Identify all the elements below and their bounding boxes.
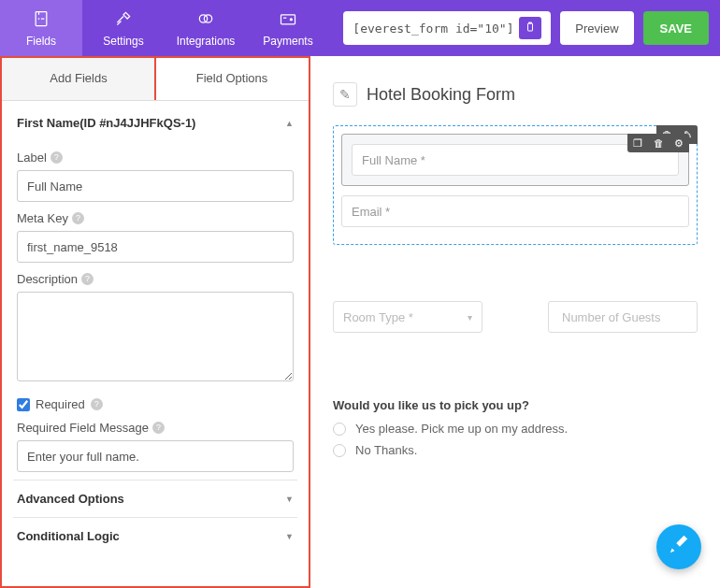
accordion-title: First Name(ID #nJ4JJHFkQS-1): [17, 116, 195, 130]
subtab-add-fields[interactable]: Add Fields: [2, 56, 155, 100]
pencil-icon: ✎: [339, 87, 351, 102]
radio-option-yes[interactable]: Yes please. Pick me up on my address.: [333, 422, 698, 436]
label-label: Label?: [17, 151, 294, 165]
accordion-header-general[interactable]: First Name(ID #nJ4JJHFkQS-1) ▲: [13, 105, 297, 141]
copy-button[interactable]: [519, 17, 541, 39]
field-roomtype[interactable]: Room Type * ▾: [333, 301, 482, 333]
help-icon[interactable]: ?: [152, 422, 165, 434]
tab-label: Payments: [263, 35, 312, 48]
subtab-field-options[interactable]: Field Options: [155, 56, 309, 100]
label-input[interactable]: [17, 170, 294, 202]
clipboard-icon: [525, 22, 536, 36]
form-row[interactable]: 🗑 ✎ ❐ 🗑 ⚙ Full Name * Email *: [333, 125, 698, 245]
caret-down-icon: ▼: [285, 532, 294, 541]
shortcode-input[interactable]: [353, 22, 511, 36]
field-guests[interactable]: Number of Guests: [548, 301, 698, 333]
trash-icon: 🗑: [648, 134, 669, 152]
tab-fields[interactable]: Fields: [0, 0, 82, 56]
gear-icon: ⚙: [669, 134, 689, 152]
preview-button[interactable]: Preview: [560, 11, 633, 45]
caret-up-icon: ▲: [285, 119, 294, 128]
required-msg-input[interactable]: [17, 440, 294, 472]
tab-label: Fields: [26, 35, 56, 48]
accordion-header-advanced[interactable]: Advanced Options ▼: [13, 480, 297, 517]
save-button[interactable]: SAVE: [643, 11, 709, 45]
sidebar: Add Fields Field Options First Name(ID #…: [0, 56, 310, 588]
pickup-question: Would you like us to pick you up?: [333, 398, 698, 412]
tab-label: Settings: [103, 35, 143, 48]
accordion-title: Advanced Options: [17, 492, 124, 506]
tab-label: Integrations: [177, 35, 236, 48]
svg-rect-3: [281, 14, 295, 23]
field-delete-button[interactable]: 🗑: [648, 134, 669, 152]
svg-rect-5: [528, 23, 533, 31]
edit-title-button[interactable]: ✎: [333, 82, 357, 107]
required-checkbox[interactable]: [17, 398, 30, 411]
help-icon[interactable]: ?: [72, 212, 84, 224]
metakey-label: Meta Key?: [17, 211, 294, 225]
copy-icon: ❐: [627, 134, 648, 152]
radio-label: No Thanks.: [355, 443, 417, 457]
radio-option-no[interactable]: No Thanks.: [333, 443, 698, 457]
brush-icon: [669, 534, 689, 560]
description-input[interactable]: [17, 292, 294, 381]
accordion-title: Conditional Logic: [17, 529, 120, 543]
link-icon: [196, 9, 215, 33]
shortcode-box: [343, 11, 551, 45]
field-email[interactable]: Email *: [341, 195, 689, 227]
help-icon[interactable]: ?: [50, 151, 63, 164]
required-label: Required: [36, 397, 85, 411]
help-icon[interactable]: ?: [91, 398, 103, 410]
radio-label: Yes please. Pick me up on my address.: [355, 422, 568, 436]
svg-point-4: [290, 18, 292, 20]
required-msg-label: Required Field Message?: [17, 421, 294, 435]
form-canvas: ✎ Hotel Booking Form 🗑 ✎ ❐ 🗑 ⚙ Full Name…: [310, 56, 720, 588]
fab-button[interactable]: [656, 524, 701, 569]
form-title: Hotel Booking Form: [367, 85, 515, 105]
radio-icon: [333, 444, 346, 457]
tab-payments[interactable]: Payments: [247, 0, 329, 56]
tab-integrations[interactable]: Integrations: [165, 0, 247, 56]
chevron-down-icon: ▾: [468, 312, 472, 323]
field-settings-button[interactable]: ⚙: [669, 134, 689, 152]
svg-point-2: [204, 14, 211, 22]
tab-settings[interactable]: Settings: [82, 0, 165, 56]
metakey-input[interactable]: [17, 231, 294, 263]
caret-down-icon: ▼: [285, 495, 294, 504]
accordion-header-conditional[interactable]: Conditional Logic ▼: [13, 517, 297, 554]
tools-icon: [114, 9, 133, 33]
card-icon: [279, 9, 297, 33]
description-label: Description?: [17, 272, 294, 286]
help-icon[interactable]: ?: [81, 273, 94, 285]
radio-icon: [333, 423, 346, 436]
field-fullname[interactable]: ❐ 🗑 ⚙ Full Name *: [341, 134, 689, 186]
file-icon: [32, 9, 50, 33]
field-duplicate-button[interactable]: ❐: [627, 134, 648, 152]
field-placeholder: Email *: [341, 195, 689, 227]
